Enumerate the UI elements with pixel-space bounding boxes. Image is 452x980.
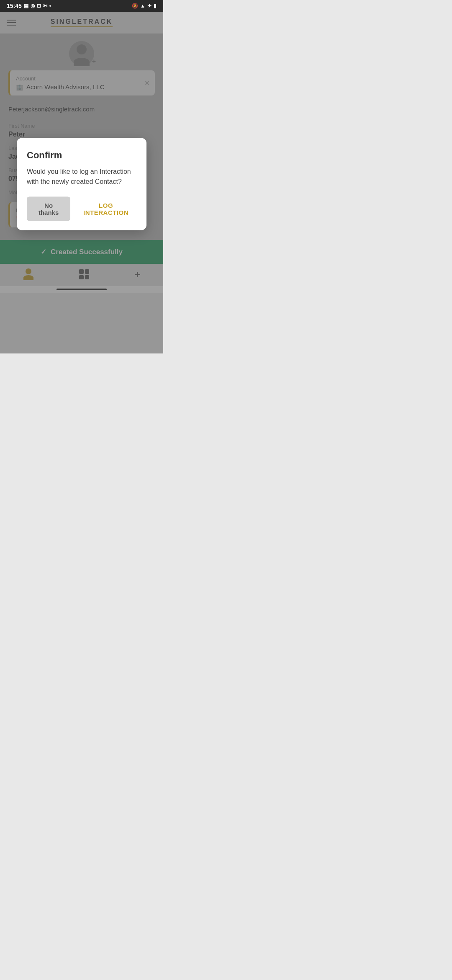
dialog-buttons: No thanks LOG INTERACTION bbox=[27, 197, 136, 221]
mute-icon: 🔕 bbox=[132, 3, 138, 9]
airplane-icon: ✈ bbox=[147, 3, 152, 9]
wifi-icon: ▲ bbox=[140, 3, 145, 9]
notification-icon: ▤ bbox=[24, 3, 28, 9]
gallery-icon: ⊡ bbox=[37, 3, 41, 9]
confirm-dialog: Confirm Would you like to log an Interac… bbox=[17, 138, 146, 230]
status-time: 15:45 bbox=[7, 3, 22, 9]
dialog-title: Confirm bbox=[27, 150, 136, 161]
page-wrapper: 15:45 ▤ ◎ ⊡ ✄ • 🔕 ▲ ✈ ▮ SINGLETRACK + bbox=[0, 0, 163, 353]
dialog-message: Would you like to log an Interaction wit… bbox=[27, 167, 136, 187]
target-icon: ◎ bbox=[31, 3, 35, 9]
status-bar: 15:45 ▤ ◎ ⊡ ✄ • 🔕 ▲ ✈ ▮ bbox=[0, 0, 163, 12]
status-right: 🔕 ▲ ✈ ▮ bbox=[132, 3, 157, 9]
call-end-icon: ✄ bbox=[43, 3, 47, 9]
dot-icon: • bbox=[49, 3, 51, 9]
battery-icon: ▮ bbox=[154, 3, 157, 9]
no-thanks-button[interactable]: No thanks bbox=[27, 197, 70, 221]
log-interaction-button[interactable]: LOG INTERACTION bbox=[75, 197, 136, 221]
status-left: 15:45 ▤ ◎ ⊡ ✄ • bbox=[7, 3, 51, 9]
